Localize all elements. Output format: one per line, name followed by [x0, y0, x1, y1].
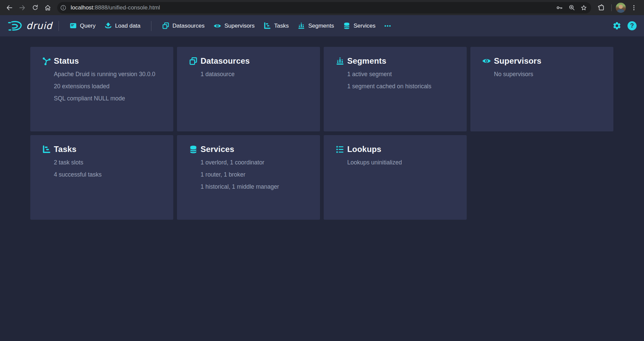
info-icon [60, 4, 67, 11]
datasources-icon [188, 57, 198, 66]
upload-icon [104, 22, 112, 30]
extensions-button[interactable] [595, 2, 607, 14]
card-status[interactable]: Status Apache Druid is running version 3… [30, 47, 173, 131]
list-icon [335, 145, 345, 154]
back-icon [6, 4, 13, 11]
toolbar-divider [611, 4, 612, 11]
card-line: 1 datasource [201, 71, 311, 77]
query-icon [69, 22, 77, 30]
card-segments[interactable]: Segments 1 active segment 1 segment cach… [324, 47, 467, 131]
extensions-icon [598, 4, 605, 11]
database-icon [188, 145, 198, 154]
card-title: Services [201, 145, 234, 154]
nav-item-label: Services [354, 23, 375, 29]
nav-item-label: Tasks [274, 23, 289, 29]
site-info-button[interactable] [59, 3, 68, 12]
card-line: 4 successful tasks [54, 172, 164, 178]
card-title: Datasources [201, 56, 250, 66]
card-services[interactable]: Services 1 overlord, 1 coordinator 1 rou… [177, 135, 320, 220]
card-title: Tasks [54, 145, 76, 154]
card-lookups[interactable]: Lookups Lookups uninitialized [324, 135, 467, 220]
card-line: 1 router, 1 broker [201, 172, 311, 178]
home-button[interactable] [42, 2, 54, 14]
card-line: Apache Druid is running version 30.0.0 [54, 71, 164, 77]
profile-avatar[interactable] [616, 3, 626, 13]
nav-item-query[interactable]: Query [65, 15, 100, 36]
card-line: Lookups uninitialized [347, 159, 457, 165]
browser-menu-button[interactable] [628, 2, 640, 14]
druid-navbar: druid Query Load data Datasources [0, 15, 644, 36]
card-line: 2 task slots [54, 159, 164, 165]
druid-logo[interactable]: druid [7, 20, 52, 32]
druid-logo-icon [7, 20, 23, 32]
card-line: 1 active segment [347, 71, 457, 77]
back-button[interactable] [3, 2, 15, 14]
nav-item-segments[interactable]: Segments [293, 15, 338, 36]
gantt-icon [42, 145, 51, 154]
eye-icon [213, 22, 221, 30]
status-graph-icon [42, 57, 51, 66]
help-button[interactable]: ? [628, 21, 637, 30]
nav-item-label: Datasources [173, 23, 205, 29]
gear-icon [612, 21, 621, 30]
nav-item-label: Query [80, 23, 96, 29]
nav-item-label: Supervisors [224, 23, 255, 29]
bookmark-button[interactable] [578, 2, 589, 13]
card-line: 1 historical, 1 middle manager [201, 184, 311, 190]
nav-item-supervisors[interactable]: Supervisors [209, 15, 259, 36]
home-icon [44, 4, 51, 11]
datasources-icon [162, 22, 170, 30]
nav-item-label: Segments [308, 23, 334, 29]
database-icon [343, 22, 351, 30]
reload-icon [32, 4, 39, 11]
card-title: Segments [347, 56, 386, 66]
zoom-level-button[interactable] [566, 2, 577, 13]
card-line: SQL compliant NULL mode [54, 95, 164, 101]
url-host: localhost [71, 4, 93, 11]
browser-toolbar: localhost:8888/unified-console.html [0, 0, 644, 15]
forward-button[interactable] [16, 2, 28, 14]
card-line: 1 overlord, 1 coordinator [201, 159, 311, 165]
card-line: No supervisors [494, 71, 604, 77]
card-datasources[interactable]: Datasources 1 datasource [177, 47, 320, 131]
bar-chart-icon [335, 57, 345, 66]
nav-item-label: Load data [115, 23, 141, 29]
nav-item-datasources[interactable]: Datasources [157, 15, 209, 36]
bar-chart-icon [297, 22, 305, 30]
card-title: Supervisors [494, 56, 541, 66]
reload-button[interactable] [29, 2, 41, 14]
more-dots-icon [384, 22, 391, 30]
eye-icon [482, 56, 491, 66]
settings-button[interactable] [612, 21, 621, 30]
card-line: 20 extensions loaded [54, 83, 164, 89]
nav-divider [59, 21, 59, 31]
nav-more-button[interactable] [380, 15, 395, 36]
password-manager-button[interactable] [554, 2, 565, 13]
help-icon: ? [630, 22, 634, 29]
menu-dots-icon [631, 4, 637, 11]
card-title: Lookups [347, 145, 381, 154]
druid-logo-text: druid [26, 20, 52, 31]
url-bar[interactable]: localhost:8888/unified-console.html [57, 2, 591, 13]
card-line: 1 segment cached on historicals [347, 83, 457, 89]
star-icon [580, 4, 587, 11]
zoom-icon [568, 4, 575, 11]
card-tasks[interactable]: Tasks 2 task slots 4 successful tasks [30, 135, 173, 220]
nav-item-load-data[interactable]: Load data [100, 15, 145, 36]
url-path: :8888/unified-console.html [93, 4, 160, 11]
key-icon [556, 4, 563, 11]
cards-grid: Status Apache Druid is running version 3… [30, 47, 644, 220]
nav-item-tasks[interactable]: Tasks [259, 15, 293, 36]
url-text[interactable]: localhost:8888/unified-console.html [71, 4, 554, 11]
forward-icon [19, 4, 26, 11]
card-supervisors[interactable]: Supervisors No supervisors [470, 47, 613, 131]
card-title: Status [54, 56, 79, 66]
home-view: Status Apache Druid is running version 3… [0, 36, 644, 220]
nav-divider [151, 21, 151, 31]
nav-item-services[interactable]: Services [338, 15, 380, 36]
gantt-icon [263, 22, 271, 30]
